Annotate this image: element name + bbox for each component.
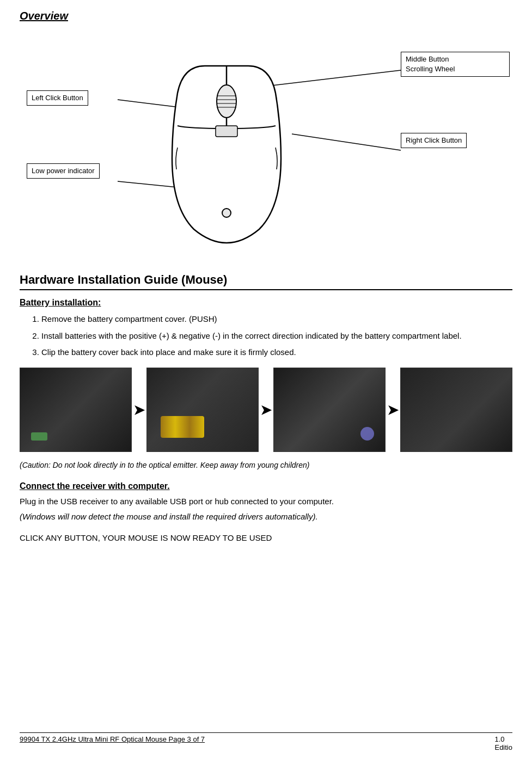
footer-left: 99904 TX 2.4GHz Ultra Mini RF Optical Mo… — [20, 735, 205, 751]
left-click-label: Left Click Button — [27, 90, 88, 106]
battery-installation-heading: Battery installation: — [20, 298, 512, 308]
connect-para-1: Plug in the USB receiver to any availabl… — [20, 496, 512, 508]
battery-photo-3 — [273, 368, 386, 452]
footer-right: 1.0 Editio — [494, 735, 512, 751]
connect-para-2: (Windows will now detect the mouse and i… — [20, 511, 512, 523]
battery-photo-4 — [400, 368, 512, 452]
mouse-illustration — [161, 39, 292, 246]
battery-step-2: Install batteries with the positive (+) … — [41, 330, 512, 343]
right-click-label: Right Click Button — [401, 133, 467, 148]
battery-photo-strip: ➤ ➤ ➤ — [20, 368, 512, 452]
svg-point-5 — [217, 85, 236, 118]
battery-step-1: Remove the battery compartment cover. (P… — [41, 313, 512, 326]
footer: 99904 TX 2.4GHz Ultra Mini RF Optical Mo… — [20, 732, 512, 751]
battery-photo-2 — [146, 368, 259, 452]
overview-heading: Overview — [20, 10, 512, 22]
battery-photo-1 — [20, 368, 132, 452]
arrow-3: ➤ — [387, 401, 399, 419]
mouse-diagram-area: Left Click Button Low power indicator Mi… — [20, 28, 512, 256]
arrow-1: ➤ — [133, 401, 145, 419]
battery-steps: Remove the battery compartment cover. (P… — [41, 313, 512, 359]
middle-button-label: Middle Button Scrolling Wheel — [401, 52, 510, 77]
svg-line-3 — [292, 134, 401, 150]
connect-receiver-heading: Connect the receiver with computer. — [20, 481, 512, 491]
caution-text: (Caution: Do not look directly in to the… — [20, 461, 512, 469]
hardware-guide-heading: Hardware Installation Guide (Mouse) — [20, 273, 512, 290]
arrow-2: ➤ — [260, 401, 272, 419]
svg-rect-10 — [216, 126, 237, 137]
battery-step-3: Clip the battery cover back into place a… — [41, 346, 512, 359]
click-any-button-text: CLICK ANY BUTTON, YOUR MOUSE IS NOW READ… — [20, 533, 512, 542]
low-power-label: Low power indicator — [27, 163, 100, 179]
svg-point-11 — [222, 209, 231, 217]
